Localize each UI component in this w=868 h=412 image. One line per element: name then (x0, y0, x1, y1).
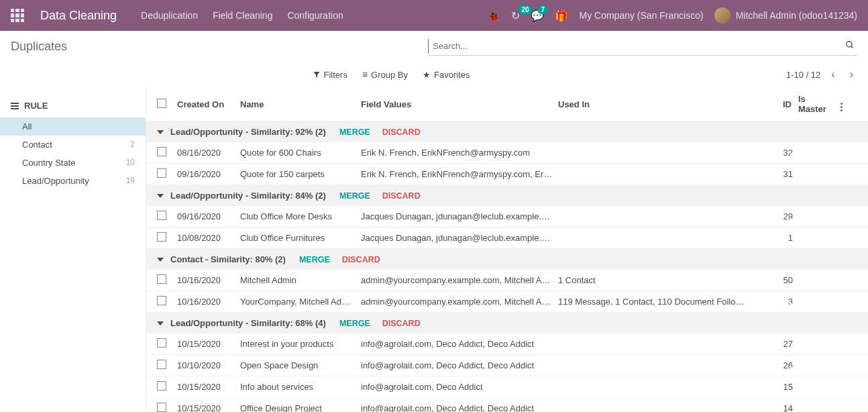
row-checkbox[interactable] (157, 403, 166, 412)
sidebar-item-country-state[interactable]: Country State10 (0, 154, 146, 172)
table-row[interactable]: 09/16/2020Club Office More DesksJacques … (146, 206, 868, 227)
select-all-checkbox[interactable] (157, 99, 166, 108)
caret-down-icon[interactable] (157, 258, 164, 262)
table-row[interactable]: 10/15/2020Info about servicesinfo@agrola… (146, 376, 868, 398)
merge-button[interactable]: MERGE (339, 191, 370, 201)
chat-badge: 7 (537, 5, 548, 14)
clock-icon[interactable]: ↻20 (511, 9, 520, 22)
discard-button[interactable]: DISCARD (342, 255, 380, 264)
cell-created: 08/16/2020 (177, 148, 240, 158)
app-title[interactable]: Data Cleaning (40, 9, 117, 23)
row-checkbox[interactable] (157, 232, 166, 242)
row-checkbox[interactable] (157, 211, 166, 220)
table-row[interactable]: 10/10/2020Open Space Designinfo@agrolait… (146, 355, 868, 376)
cell-created: 10/16/2020 (177, 275, 240, 285)
clock-badge: 20 (518, 5, 532, 14)
table-header: Created On Name Field Values Used In ID … (146, 87, 868, 121)
cell-name: Quote for 600 Chairs (240, 148, 361, 158)
table-row[interactable]: 10/16/2020YourCompany, Mitchell Adm…admi… (146, 291, 868, 313)
cell-created: 10/08/2020 (177, 233, 240, 243)
cell-name: Club Office More Desks (240, 211, 361, 221)
columns-menu-icon[interactable] (840, 103, 843, 111)
group-row: Contact - Similarity: 80% (2)MERGEDISCAR… (146, 249, 868, 270)
search-input[interactable] (428, 39, 843, 54)
merge-button[interactable]: MERGE (299, 255, 330, 264)
cell-field-values: info@agrolait.com, Deco Addict, Deco Add… (361, 403, 558, 412)
filters-label: Filters (324, 70, 347, 80)
pager-next[interactable]: › (846, 68, 857, 81)
svg-point-0 (847, 41, 852, 46)
cell-field-values: info@agrolait.com, Deco Addict, Deco Add… (361, 360, 558, 370)
table-row[interactable]: 08/16/2020Quote for 600 ChairsErik N. Fr… (146, 142, 868, 164)
favorites-button[interactable]: ★ Favorites (423, 70, 470, 80)
search-wrap (428, 37, 857, 56)
sidebar-item-all[interactable]: All (0, 117, 146, 136)
col-is-master[interactable]: Is Master (798, 94, 836, 114)
cell-name: Mitchell Admin (240, 275, 361, 285)
chat-icon[interactable]: 💬7 (531, 9, 544, 22)
sidebar-item-count: 19 (126, 176, 135, 186)
sidebar-item-lead-opportunity[interactable]: Lead/Opportunity19 (0, 172, 146, 190)
topbar: Data Cleaning Deduplication Field Cleani… (0, 0, 868, 31)
group-title: Lead/Opportunity - Similarity: 68% (4) (170, 318, 326, 328)
cell-id: 15 (750, 382, 798, 392)
col-used-in[interactable]: Used In (558, 99, 750, 109)
cell-id: 14 (750, 403, 798, 412)
pager-text: 1-10 / 12 (786, 70, 820, 80)
sidebar-item-count: 10 (126, 158, 135, 168)
user-menu[interactable]: Mitchell Admin (odoo141234) (736, 10, 857, 21)
cell-id: 27 (750, 339, 798, 349)
col-field-values[interactable]: Field Values (361, 99, 558, 109)
cell-field-values: info@agrolait.com, Deco Addict (361, 382, 558, 392)
toolbar: Filters ≡ Group By ★ Favorites 1-10 / 12… (0, 62, 868, 87)
table-row[interactable]: 09/16/2020Quote for 150 carpetsErik N. F… (146, 164, 868, 185)
row-checkbox[interactable] (157, 381, 166, 391)
cell-created: 10/10/2020 (177, 360, 240, 370)
cell-field-values: info@agrolait.com, Deco Addict, Deco Add… (361, 339, 558, 349)
nav-configuration[interactable]: Configuration (287, 10, 343, 21)
company-selector[interactable]: My Company (San Francisco) (579, 10, 703, 21)
cell-field-values: admin@yourcompany.example.com, Mitchell … (361, 275, 558, 285)
row-checkbox[interactable] (157, 147, 166, 156)
row-checkbox[interactable] (157, 296, 166, 305)
avatar[interactable] (714, 7, 730, 23)
group-title: Lead/Opportunity - Similarity: 92% (2) (170, 127, 326, 137)
sidebar: RULE AllContact2Country State10Lead/Oppo… (0, 87, 146, 412)
table-row[interactable]: 10/15/2020Interest in your productsinfo@… (146, 333, 868, 355)
row-checkbox[interactable] (157, 168, 166, 178)
merge-button[interactable]: MERGE (339, 319, 370, 328)
sidebar-heading-label: RULE (24, 101, 48, 111)
groupby-button[interactable]: ≡ Group By (362, 69, 408, 80)
discard-button[interactable]: DISCARD (382, 319, 421, 328)
merge-button[interactable]: MERGE (339, 127, 370, 137)
discard-button[interactable]: DISCARD (382, 191, 421, 201)
apps-icon[interactable] (11, 9, 24, 22)
filters-button[interactable]: Filters (313, 70, 347, 80)
discard-button[interactable]: DISCARD (382, 127, 421, 137)
table-row[interactable]: 10/16/2020Mitchell Adminadmin@yourcompan… (146, 270, 868, 291)
col-name[interactable]: Name (240, 99, 361, 109)
cell-name: Open Space Design (240, 360, 361, 370)
nav-deduplication[interactable]: Deduplication (141, 10, 198, 21)
sidebar-item-contact[interactable]: Contact2 (0, 136, 146, 154)
sidebar-item-label: Lead/Opportunity (22, 176, 89, 186)
gift-icon[interactable]: 🎁 (555, 9, 568, 22)
table-row[interactable]: 10/08/2020Club Office FurnituresJacques … (146, 227, 868, 249)
nav-field-cleaning[interactable]: Field Cleaning (213, 10, 273, 21)
col-created[interactable]: Created On (177, 99, 240, 109)
cell-name: Quote for 150 carpets (240, 169, 361, 179)
bug-icon[interactable]: 🐞 (487, 9, 500, 22)
caret-down-icon[interactable] (157, 194, 164, 198)
pager-prev[interactable]: ‹ (827, 68, 838, 81)
row-checkbox[interactable] (157, 360, 166, 369)
row-checkbox[interactable] (157, 338, 166, 348)
col-id[interactable]: ID (750, 99, 798, 109)
cell-created: 10/15/2020 (177, 382, 240, 392)
cell-field-values: Jacques Dunagan, jdunagan@leclub.example… (361, 233, 558, 243)
table-row[interactable]: 10/15/2020Office Design Projectinfo@agro… (146, 398, 868, 412)
burger-icon[interactable] (11, 103, 19, 109)
row-checkbox[interactable] (157, 274, 166, 284)
caret-down-icon[interactable] (157, 130, 164, 134)
search-icon[interactable] (843, 40, 857, 52)
caret-down-icon[interactable] (157, 321, 164, 325)
